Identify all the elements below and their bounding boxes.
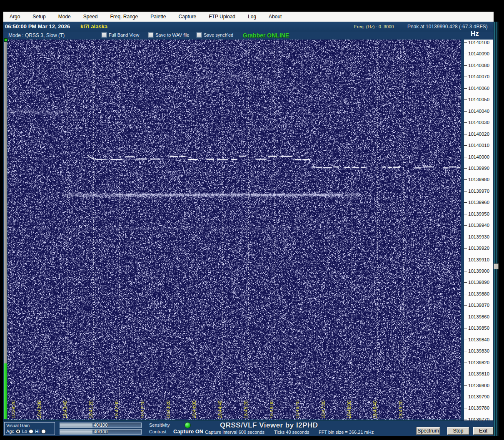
menu-item-speed[interactable]: Speed [77,12,104,22]
freq-scale-row: 10139830 [464,348,493,354]
freq-tick-label: 10140050 [468,97,489,102]
freq-tick-mark [464,99,467,100]
freq-scale-row: 10139980 [464,176,493,182]
freq-scale-row: 10140100 [464,40,493,45]
freq-tick-mark [464,145,467,146]
stop-button[interactable]: Stop [447,427,469,435]
freq-tick-label: 10139910 [468,257,489,263]
freq-tick-label: 10139830 [468,348,489,354]
gain-radio-agc[interactable] [16,429,20,434]
checkbox-icon[interactable] [102,32,107,37]
freq-scale-row: 10139890 [464,279,493,285]
fft-bin-label: FFT bin size = 366.21 mHz [319,430,374,435]
freq-scale-row: 10139850 [464,325,493,331]
gain-option-label: Agc [6,429,14,434]
freq-scale-row: 10139810 [464,371,493,377]
freq-scale-row: 10140040 [464,108,493,114]
freq-tick-label: 10139780 [468,405,489,411]
freq-tick-mark [464,168,467,169]
freq-scale-row: 10139960 [464,199,493,205]
freq-scale-row: 10140000 [464,154,493,160]
freq-scale-row: 10140060 [464,85,493,91]
freq-scale-row: 10139930 [464,234,493,240]
capture-progress-marker [4,38,7,42]
checkbox-icon[interactable] [148,32,153,37]
freq-tick-label: 10139810 [468,371,489,377]
sensitivity-slider[interactable]: 40/100 [60,423,142,428]
freq-tick-mark [464,420,467,420]
checkbox-label: Full Band View [109,32,139,37]
freq-tick-mark [464,385,467,386]
freq-tick-mark [464,351,467,351]
freq-scale-row: 10139990 [464,165,493,171]
freq-scale-row: 10139900 [464,268,493,274]
freq-tick-mark [464,397,467,397]
sensitivity-value: 40/100 [60,423,141,428]
window-right-border [494,22,499,436]
spectrum-button[interactable]: Spectrum [416,427,440,435]
freq-scale-row: 10140070 [464,74,493,80]
menu-item-about[interactable]: About [262,12,288,22]
freq-tick-mark [464,179,467,180]
freq-tick-label: 10140060 [468,85,489,91]
gain-option-label: Lo [22,429,27,434]
freq-tick-mark [464,225,467,226]
hz-unit-label: Hz [471,30,479,37]
freq-tick-mark [464,294,467,294]
freq-scale-row: 10140020 [464,131,493,137]
freq-tick-mark [464,122,467,123]
freq-tick-label: 10139870 [468,302,489,308]
freq-tick-mark [464,260,467,260]
menu-item-setup[interactable]: Setup [26,12,52,22]
sensitivity-label: Sensitivity [149,423,170,428]
freq-tick-mark [464,111,467,112]
freq-tick-label: 10139980 [468,176,489,182]
freq-scale-row: 10139970 [464,188,493,194]
freq-tick-label: 10140030 [468,119,489,125]
freq-tick-mark [464,328,467,328]
peak-readout: Peak at 10139990.428 (-67.3 dBFS) [407,24,488,30]
capture-progress-fill [4,363,7,419]
freq-tick-label: 10139820 [468,360,489,365]
freq-scale-row: 10139820 [464,360,493,365]
freq-tick-label: 10140070 [468,74,489,80]
freq-tick-label: 10140010 [468,142,489,148]
menu-item-capture[interactable]: Capture [172,12,203,22]
freq-tick-mark [464,374,467,374]
freq-tick-mark [464,191,467,191]
freq-scale-row: 10140010 [464,142,493,148]
freq-tick-label: 10139790 [468,394,489,400]
grabber-status-badge: Grabber ONLINE [243,32,289,39]
frequency-scale: 1014010010140090101400801014007010140060… [464,40,493,421]
checkbox-icon[interactable] [197,32,202,37]
freq-tick-mark [464,271,467,271]
freq-tick-mark [464,42,467,43]
exit-button[interactable]: Exit [473,427,494,435]
gain-radio-hi[interactable] [41,429,46,434]
freq-scale-row: 10140050 [464,97,493,102]
full-band-view-checkbox[interactable]: Full Band View [102,32,139,37]
freq-scale-row: 10139780 [464,405,493,411]
menu-item-mode[interactable]: Mode [52,12,77,22]
waterfall-spectrogram[interactable] [7,40,461,420]
save-wav-checkbox[interactable]: Save to WAV file [148,32,189,37]
freq-scale-row: 10139870 [464,302,493,308]
menu-item-log[interactable]: Log [242,12,262,22]
freq-scale-row: 10140080 [464,62,493,68]
freq-tick-mark [464,248,467,249]
freq-tick-label: 10140040 [468,108,489,114]
menu-item-freq-range[interactable]: Freq. Range [104,12,144,22]
freq-scale-row: 10139920 [464,245,493,251]
menu-item-palette[interactable]: Palette [144,12,172,22]
gain-radio-lo[interactable] [29,429,33,434]
menu-item-argo[interactable]: Argo [3,12,26,22]
capture-interval-label: Capture interval 600 seconds [205,430,264,435]
menu-item-ftp-upload[interactable]: FTP Upload [202,12,242,22]
frequency-offset-slider-thumb[interactable] [494,264,499,269]
contrast-slider[interactable]: 40/100 [60,429,142,435]
freq-range-readout: Freq. (Hz) : 0..3000 [354,24,394,29]
freq-scale-row: 10139800 [464,383,493,388]
save-synched-checkbox[interactable]: Save synch'ed [197,32,233,37]
gain-option-label: Hi [35,429,39,434]
freq-tick-label: 10139860 [468,314,489,320]
